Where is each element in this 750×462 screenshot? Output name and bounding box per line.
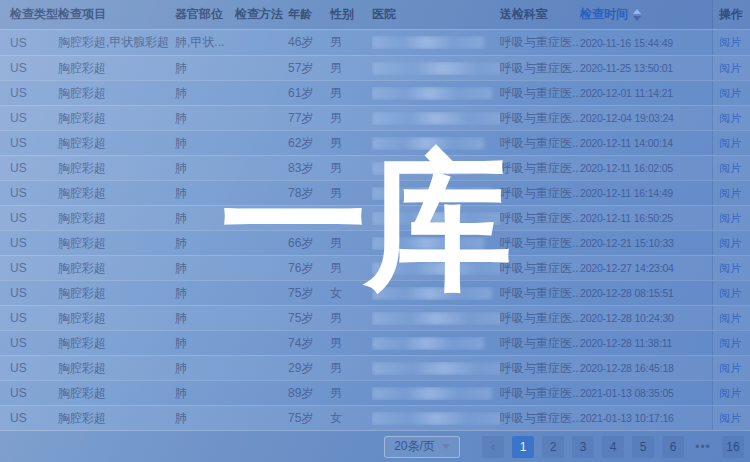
cell-hospital [372, 162, 500, 175]
cell-hospital [372, 312, 500, 325]
col-header-method[interactable]: 检查方法 [235, 6, 288, 23]
view-images-link[interactable]: 阅片 [719, 386, 741, 401]
table-row[interactable]: US 胸腔彩超 肺 76岁 男 呼吸与重症医... 2020-12-27 14:… [0, 255, 750, 280]
table-row[interactable]: US 胸腔彩超 肺 75岁 女 呼吸与重症医... 2021-01-13 10:… [0, 405, 750, 430]
view-images-link[interactable]: 阅片 [719, 86, 741, 101]
table-row[interactable]: US 胸腔彩超 肺 83岁 男 呼吸与重症医... 2020-12-11 16:… [0, 155, 750, 180]
col-header-dept[interactable]: 送检科室 [500, 6, 580, 23]
view-images-link[interactable]: 阅片 [719, 136, 741, 151]
sort-asc-icon[interactable] [633, 9, 641, 14]
cell-exam-time: 2021-01-13 08:35:05 [580, 387, 712, 399]
col-header-exam-time[interactable]: 检查时间 [580, 6, 712, 23]
cell-exam-item: 胸腔彩超 [58, 360, 175, 377]
view-images-link[interactable]: 阅片 [719, 61, 741, 76]
table-row[interactable]: US 胸腔彩超 肺 75岁 女 呼吸与重症医... 2020-12-28 08:… [0, 280, 750, 305]
view-images-link[interactable]: 阅片 [719, 336, 741, 351]
page-size-select[interactable]: 20条/页 [384, 436, 460, 458]
table-row[interactable]: US 胸腔彩超 肺 61岁 男 呼吸与重症医... 2020-12-01 11:… [0, 80, 750, 105]
cell-actions: 阅片 [712, 81, 750, 105]
col-header-age[interactable]: 年龄 [288, 6, 330, 23]
page-button-4[interactable]: 4 [602, 436, 624, 458]
cell-actions: 阅片 [712, 356, 750, 380]
redacted-hospital-name [372, 87, 492, 100]
cell-organ: 肺 [175, 310, 235, 327]
cell-exam-type: US [0, 361, 58, 375]
view-images-link[interactable]: 阅片 [719, 211, 741, 226]
cell-exam-type: US [0, 136, 58, 150]
cell-organ: 肺 [175, 335, 235, 352]
cell-exam-time: 2020-12-11 16:14:49 [580, 187, 712, 199]
col-header-actions: 操作 [712, 0, 750, 29]
sort-desc-icon[interactable] [633, 16, 641, 21]
table-row[interactable]: US 胸腔彩超 肺 66岁 男 呼吸与重症医... 2020-12-21 15:… [0, 230, 750, 255]
page-button-3[interactable]: 3 [572, 436, 594, 458]
cell-exam-item: 胸腔彩超 [58, 85, 175, 102]
table-row[interactable]: US 胸腔彩超 肺 77岁 男 呼吸与重症医... 2020-12-04 19:… [0, 105, 750, 130]
table-row[interactable]: US 胸腔彩超 肺 74岁 男 呼吸与重症医... 2020-12-28 11:… [0, 330, 750, 355]
table-row[interactable]: US 胸腔彩超 肺 29岁 男 呼吸与重症医... 2020-12-28 16:… [0, 355, 750, 380]
cell-gender: 男 [330, 60, 372, 77]
cell-actions: 阅片 [712, 181, 750, 205]
cell-actions: 阅片 [712, 381, 750, 405]
table-row[interactable]: US 胸腔彩超,甲状腺彩超 肺,甲状... 46岁 男 呼吸与重症医... 20… [0, 30, 750, 55]
page-button-2[interactable]: 2 [542, 436, 564, 458]
cell-exam-time: 2020-12-01 11:14:21 [580, 87, 712, 99]
view-images-link[interactable]: 阅片 [719, 411, 741, 426]
cell-organ: 肺 [175, 235, 235, 252]
cell-dept: 呼吸与重症医... [500, 85, 580, 102]
cell-hospital [372, 362, 500, 375]
cell-exam-type: US [0, 386, 58, 400]
table-row[interactable]: US 胸腔彩超 肺 57岁 男 呼吸与重症医... 2020-11-25 13:… [0, 55, 750, 80]
cell-age: 76岁 [288, 260, 330, 277]
view-images-link[interactable]: 阅片 [719, 35, 741, 50]
page-button-1[interactable]: 1 [512, 436, 534, 458]
cell-organ: 肺 [175, 60, 235, 77]
page-button-16[interactable]: 16 [722, 436, 744, 458]
view-images-link[interactable]: 阅片 [719, 361, 741, 376]
exam-list-page: 检查类型 检查项目 器官部位 检查方法 年龄 性别 医院 送检科室 检查时间 操… [0, 0, 750, 462]
view-images-link[interactable]: 阅片 [719, 261, 741, 276]
table-row[interactable]: US 胸腔彩超 肺 78岁 男 呼吸与重症医... 2020-12-11 16:… [0, 180, 750, 205]
cell-organ: 肺 [175, 210, 235, 227]
col-header-hospital[interactable]: 医院 [372, 6, 500, 23]
prev-page-button[interactable]: ‹ [482, 436, 504, 458]
view-images-link[interactable]: 阅片 [719, 286, 741, 301]
cell-age: 83岁 [288, 160, 330, 177]
view-images-link[interactable]: 阅片 [719, 311, 741, 326]
redacted-hospital-name [372, 137, 484, 150]
page-button-5[interactable]: 5 [632, 436, 654, 458]
cell-hospital [372, 237, 500, 250]
cell-exam-type: US [0, 236, 58, 250]
page-button-6[interactable]: 6 [662, 436, 684, 458]
cell-hospital [372, 262, 500, 275]
cell-exam-item: 胸腔彩超,甲状腺彩超 [58, 34, 175, 51]
table-row[interactable]: US 胸腔彩超 肺 76岁 女 呼吸与重症医... 2020-12-11 16:… [0, 205, 750, 230]
cell-exam-item: 胸腔彩超 [58, 60, 175, 77]
view-images-link[interactable]: 阅片 [719, 161, 741, 176]
cell-organ: 肺 [175, 360, 235, 377]
cell-actions: 阅片 [712, 281, 750, 305]
sort-icons[interactable] [633, 9, 641, 21]
cell-organ: 肺 [175, 85, 235, 102]
col-header-gender[interactable]: 性别 [330, 6, 372, 23]
chevron-down-icon [442, 444, 450, 449]
view-images-link[interactable]: 阅片 [719, 111, 741, 126]
table-row[interactable]: US 胸腔彩超 肺 89岁 男 呼吸与重症医... 2021-01-13 08:… [0, 380, 750, 405]
pager-ellipsis[interactable]: ••• [692, 436, 714, 458]
col-header-exam-item[interactable]: 检查项目 [58, 6, 175, 23]
cell-exam-type: US [0, 411, 58, 425]
cell-age: 61岁 [288, 85, 330, 102]
cell-exam-type: US [0, 186, 58, 200]
cell-exam-time: 2020-11-16 15:44:49 [580, 37, 712, 49]
view-images-link[interactable]: 阅片 [719, 186, 741, 201]
table-row[interactable]: US 胸腔彩超 肺 75岁 男 呼吸与重症医... 2020-12-28 10:… [0, 305, 750, 330]
cell-actions: 阅片 [712, 156, 750, 180]
col-header-organ[interactable]: 器官部位 [175, 6, 235, 23]
table-row[interactable]: US 胸腔彩超 肺 62岁 男 呼吸与重症医... 2020-12-11 14:… [0, 130, 750, 155]
exam-table: 检查类型 检查项目 器官部位 检查方法 年龄 性别 医院 送检科室 检查时间 操… [0, 0, 750, 430]
col-header-exam-type[interactable]: 检查类型 [0, 6, 58, 23]
view-images-link[interactable]: 阅片 [719, 236, 741, 251]
redacted-hospital-name [372, 212, 500, 225]
cell-age: 74岁 [288, 335, 330, 352]
cell-organ: 肺 [175, 285, 235, 302]
